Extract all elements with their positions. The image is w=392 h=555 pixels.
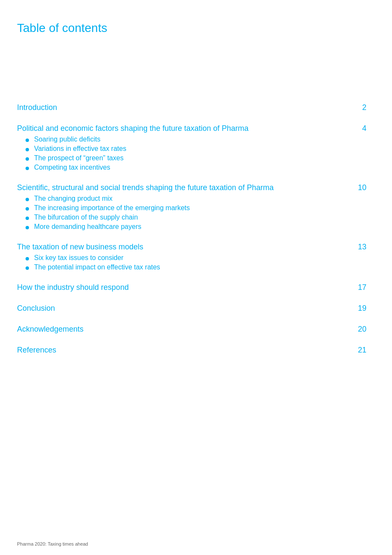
toc-page-scientific: 10 [354,183,366,192]
toc-sub-item-text: The bifurcation of the supply chain [34,214,138,221]
bullet-icon [26,217,29,220]
toc-sub-item-text: The changing product mix [34,195,112,202]
footer-text: Pharma 2020: Taxing times ahead [17,541,88,546]
toc-sub-item-text: The prospect of “green” taxes [34,154,124,162]
toc-page-conclusion: 19 [354,304,366,313]
list-item: Variations in effective tax rates [26,145,366,153]
toc-sub-items-scientific: The changing product mix The increasing … [26,195,366,231]
list-item: Soaring public deficits [26,136,366,143]
list-item: Six key tax issues to consider [26,254,366,262]
toc-section-title-scientific: Scientific, structural and social trends… [17,183,354,192]
toc-section-taxation: The taxation of new business models 13 S… [17,243,366,271]
list-item: The changing product mix [26,195,366,202]
toc-page-political: 4 [354,124,366,133]
list-item: Competing tax incentives [26,164,366,171]
bullet-icon [26,207,29,211]
toc-page-taxation: 13 [354,243,366,251]
toc-entry-conclusion: Conclusion 19 [17,304,366,313]
toc-section-title-political: Political and economic factors shaping t… [17,124,354,133]
toc-section-title-industry: How the industry should respond [17,283,354,292]
toc-section-title-conclusion: Conclusion [17,304,354,313]
bullet-icon [26,266,29,270]
toc-entry-references: References 21 [17,346,366,355]
toc-entry-acknowledgements: Acknowledgements 20 [17,325,366,334]
bullet-icon [26,198,29,201]
toc-page-references: 21 [354,346,366,355]
toc-sub-item-text: Competing tax incentives [34,164,110,171]
toc-section-acknowledgements: Acknowledgements 20 [17,325,366,334]
toc-section-conclusion: Conclusion 19 [17,304,366,313]
toc-section-title-references: References [17,346,354,355]
bullet-icon [26,226,29,229]
bullet-icon [26,157,29,161]
toc-sub-item-text: Soaring public deficits [34,136,101,143]
toc-section-title-acknowledgements: Acknowledgements [17,325,354,334]
toc-section-industry: How the industry should respond 17 [17,283,366,292]
toc-entry-industry: How the industry should respond 17 [17,283,366,292]
toc-entry-political: Political and economic factors shaping t… [17,124,366,133]
toc-page-introduction: 2 [354,103,366,112]
toc-sub-items-political: Soaring public deficits Variations in ef… [26,136,366,171]
page-title: Table of contents [17,21,366,35]
toc-page-industry: 17 [354,283,366,292]
toc-page-acknowledgements: 20 [354,325,366,334]
list-item: The potential impact on effective tax ra… [26,263,366,271]
toc-sub-item-text: More demanding healthcare payers [34,223,141,231]
toc-entry-taxation: The taxation of new business models 13 [17,243,366,251]
list-item: More demanding healthcare payers [26,223,366,231]
footer: Pharma 2020: Taxing times ahead [17,541,88,546]
toc-sub-item-text: The potential impact on effective tax ra… [34,263,160,271]
bullet-icon [26,139,29,142]
toc-sub-items-taxation: Six key tax issues to consider The poten… [26,254,366,271]
toc-entry-scientific: Scientific, structural and social trends… [17,183,366,192]
toc-section-title-introduction: Introduction [17,103,354,112]
toc-section-title-taxation: The taxation of new business models [17,243,354,251]
bullet-icon [26,257,29,260]
toc-entry-introduction: Introduction 2 [17,103,366,112]
toc-section-political: Political and economic factors shaping t… [17,124,366,171]
toc-sub-item-text: The increasing importance of the emergin… [34,204,190,212]
list-item: The increasing importance of the emergin… [26,204,366,212]
toc-section-references: References 21 [17,346,366,355]
toc-section-scientific: Scientific, structural and social trends… [17,183,366,231]
list-item: The bifurcation of the supply chain [26,214,366,221]
page: Table of contents Introduction 2 Politic… [0,0,392,555]
bullet-icon [26,167,29,170]
toc-sub-item-text: Six key tax issues to consider [34,254,124,262]
toc-sub-item-text: Variations in effective tax rates [34,145,126,153]
toc-container: Introduction 2 Political and economic fa… [17,103,366,355]
toc-section-introduction: Introduction 2 [17,103,366,112]
bullet-icon [26,148,29,151]
list-item: The prospect of “green” taxes [26,154,366,162]
